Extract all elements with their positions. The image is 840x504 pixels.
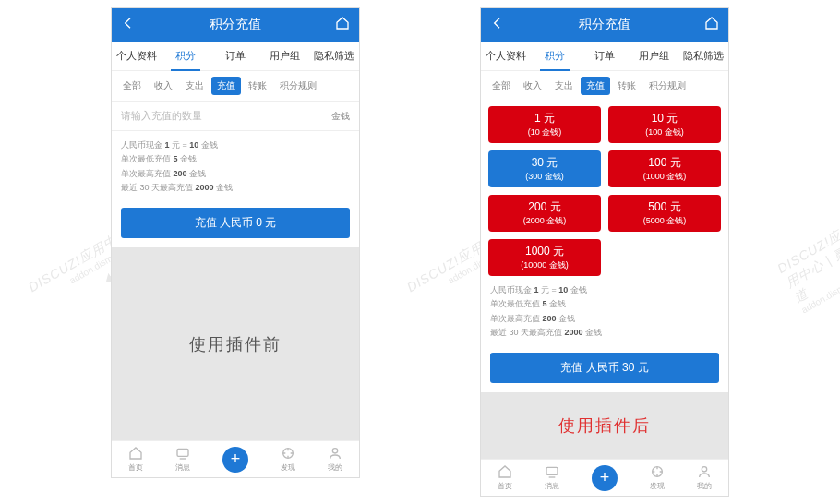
tab-4[interactable]: 隐私筛选	[678, 42, 728, 70]
tab-0[interactable]: 个人资料	[481, 42, 531, 70]
nav-item-1[interactable]: 消息	[545, 464, 559, 491]
amount-tile-5[interactable]: 500 元(5000 金钱)	[608, 195, 721, 232]
amount-tiles: 1 元(10 金钱)10 元(100 金钱)30 元(300 金钱)100 元(…	[481, 101, 728, 276]
nav-icon	[650, 464, 665, 481]
main-tabs: 个人资料积分订单用户组隐私筛选	[481, 42, 728, 71]
nav-item-4[interactable]: 我的	[697, 464, 712, 491]
nav-icon	[498, 464, 512, 481]
caption-before: 使用插件前	[189, 333, 282, 355]
nav-item-0[interactable]: 首页	[498, 464, 512, 491]
nav-icon	[328, 446, 342, 462]
app-header: 积分充值	[481, 8, 728, 42]
amount-tile-3[interactable]: 100 元(1000 金钱)	[608, 150, 721, 187]
rule-line: 人民币现金 1 元 = 10 金钱	[121, 138, 350, 152]
amount-unit: 金钱	[331, 110, 350, 123]
header-title: 积分充值	[505, 17, 704, 33]
phone-before: 积分充值 个人资料积分订单用户组隐私筛选 全部收入支出充值转账积分规则 请输入充…	[111, 7, 360, 478]
nav-icon	[175, 446, 190, 462]
tab-3[interactable]: 用户组	[630, 42, 679, 70]
subtab-2[interactable]: 支出	[180, 77, 210, 95]
amount-tile-0[interactable]: 1 元(10 金钱)	[488, 106, 601, 143]
tab-2[interactable]: 订单	[210, 42, 260, 70]
caption-after: 使用插件后	[558, 414, 651, 437]
subtab-4[interactable]: 转账	[243, 77, 272, 95]
tab-2[interactable]: 订单	[580, 42, 630, 70]
subtab-3[interactable]: 充值	[211, 77, 241, 95]
rule-line: 单次最低充值 5 金钱	[490, 297, 719, 311]
nav-icon	[697, 464, 712, 481]
subtab-5[interactable]: 积分规则	[274, 77, 322, 95]
rule-line: 最近 30 天最高充值 2000 金钱	[121, 181, 350, 195]
amount-tile-4[interactable]: 200 元(2000 金钱)	[488, 195, 601, 232]
nav-plus-button[interactable]: +	[222, 447, 248, 473]
rules-block: 人民币现金 1 元 = 10 金钱单次最低充值 5 金钱单次最高充值 200 金…	[112, 131, 359, 202]
nav-icon	[281, 446, 295, 462]
tab-1[interactable]: 积分	[531, 42, 581, 70]
rule-line: 单次最低充值 5 金钱	[121, 152, 350, 166]
rule-line: 人民币现金 1 元 = 10 金钱	[490, 283, 719, 297]
back-icon[interactable]	[121, 16, 136, 34]
nav-item-4[interactable]: 我的	[328, 446, 342, 473]
amount-tile-1[interactable]: 10 元(100 金钱)	[608, 106, 721, 143]
caption-area: 使用插件前	[112, 247, 359, 440]
caption-area: 使用插件后	[481, 392, 728, 459]
subtab-4[interactable]: 转账	[612, 77, 642, 95]
nav-item-3[interactable]: 发现	[281, 446, 295, 473]
rule-line: 单次最高充值 200 金钱	[490, 312, 719, 326]
tab-0[interactable]: 个人资料	[112, 42, 162, 70]
sub-tabs: 全部收入支出充值转账积分规则	[112, 71, 359, 101]
rule-line: 最近 30 天最高充值 2000 金钱	[490, 326, 719, 340]
svg-point-5	[702, 467, 707, 472]
nav-icon	[128, 446, 143, 462]
amount-placeholder: 请输入充值的数量	[121, 109, 331, 123]
svg-rect-3	[546, 467, 558, 474]
tab-1[interactable]: 积分	[162, 42, 211, 70]
recharge-button[interactable]: 充值 人民币 30 元	[490, 353, 719, 383]
nav-icon	[545, 464, 559, 481]
rules-block: 人民币现金 1 元 = 10 金钱单次最低充值 5 金钱单次最高充值 200 金…	[481, 276, 728, 347]
subtab-3[interactable]: 充值	[581, 77, 610, 95]
subtab-2[interactable]: 支出	[549, 77, 579, 95]
subtab-0[interactable]: 全部	[117, 77, 147, 95]
phone-after: 积分充值 个人资料积分订单用户组隐私筛选 全部收入支出充值转账积分规则 1 元(…	[480, 7, 729, 497]
nav-item-3[interactable]: 发现	[650, 464, 665, 491]
amount-tile-2[interactable]: 30 元(300 金钱)	[488, 150, 601, 187]
nav-plus-button[interactable]: +	[592, 465, 618, 491]
home-icon[interactable]	[335, 16, 350, 34]
sub-tabs: 全部收入支出充值转账积分规则	[481, 71, 728, 101]
recharge-button[interactable]: 充值 人民币 0 元	[121, 208, 350, 238]
tab-3[interactable]: 用户组	[260, 42, 310, 70]
subtab-0[interactable]: 全部	[486, 77, 516, 95]
svg-point-2	[333, 449, 338, 453]
tab-4[interactable]: 隐私筛选	[309, 42, 359, 70]
nav-item-1[interactable]: 消息	[175, 446, 190, 473]
header-title: 积分充值	[136, 17, 335, 33]
main-tabs: 个人资料积分订单用户组隐私筛选	[112, 42, 359, 71]
rule-line: 单次最高充值 200 金钱	[121, 167, 350, 181]
svg-rect-0	[177, 449, 188, 456]
back-icon[interactable]	[490, 16, 505, 34]
amount-tile-6[interactable]: 1000 元(10000 金钱)	[488, 239, 601, 276]
subtab-1[interactable]: 收入	[149, 77, 178, 95]
amount-input-row[interactable]: 请输入充值的数量 金钱	[112, 101, 359, 131]
nav-item-0[interactable]: 首页	[128, 446, 143, 473]
bottom-nav: 首页消息+发现我的	[481, 459, 728, 496]
subtab-1[interactable]: 收入	[518, 77, 547, 95]
home-icon[interactable]	[704, 16, 719, 34]
app-header: 积分充值	[112, 8, 359, 42]
subtab-5[interactable]: 积分规则	[643, 77, 691, 95]
bottom-nav: 首页消息+发现我的	[112, 440, 359, 477]
